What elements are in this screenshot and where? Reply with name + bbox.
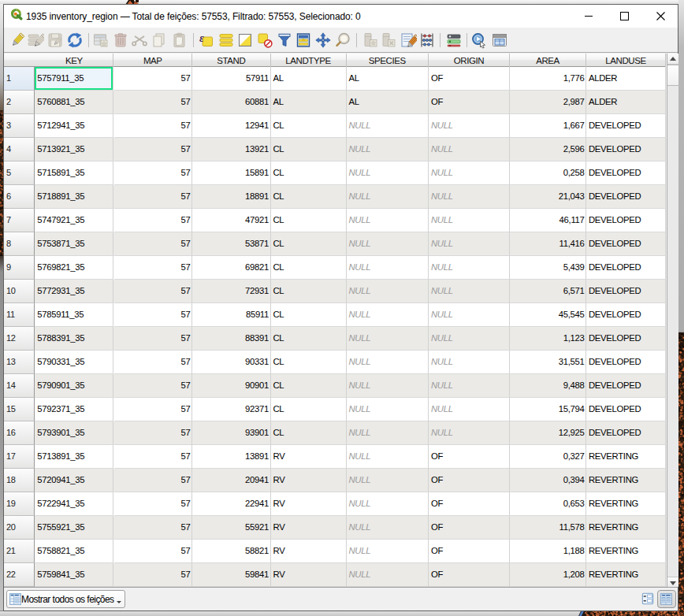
svg-text:ε: ε <box>199 32 204 44</box>
